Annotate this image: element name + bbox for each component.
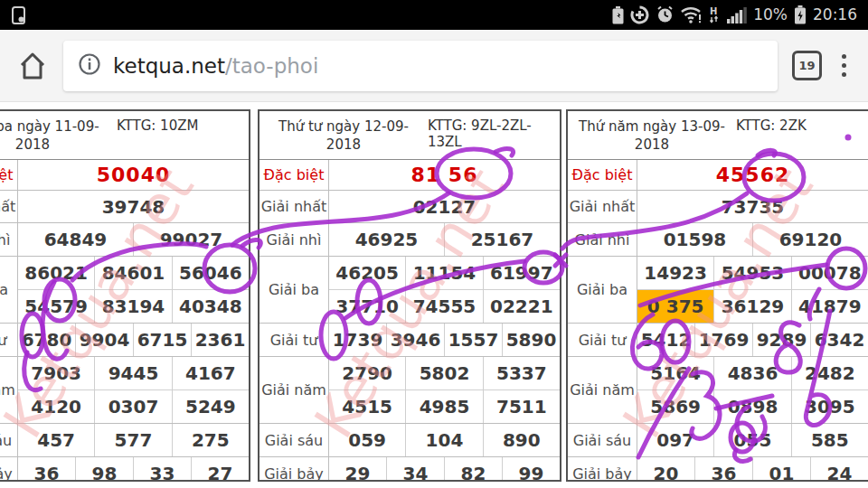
prize-row: Giải nhất39748 [0,191,249,223]
table-kttg: KTTG: 2ZK [736,111,868,159]
prize-label: Giải tư [568,324,637,356]
prize-cell: 2790 [329,357,405,389]
prize-label: Giải bảy [259,457,329,482]
hplus-network-icon: H [708,6,721,24]
prize-label: Giải nhì [259,223,329,256]
prize-row: Giải sáu457577275 [0,424,249,457]
prize-cell: 1739 [329,324,386,356]
prize-cell: 40348 [172,290,249,323]
result-table-tuesday: Thứ ba ngày 11-09-2018KTTG: 10ZMĐặc biệt… [0,109,250,482]
prize-row: Giải nhì6484999027 [0,223,249,257]
prize-row: Giải năm516448362482586908983095 [568,357,868,424]
prize-cell: 86021 [18,257,94,289]
prize-row: Đặc biệt45562 [568,160,868,191]
url-text: ketqua.net/tao-phoi [113,54,318,78]
prize-cell: 577 [94,424,171,456]
prize-cell: 4836 [713,357,790,389]
prize-label: Giải bảy [568,457,637,482]
prize-cell: 73735 [637,191,868,222]
screen-capture-icon [11,5,27,25]
prize-row: Giải bảy36983327 [0,457,249,482]
prize-row: Giải sáu097055585 [568,424,868,457]
url-bar[interactable]: ketqua.net/tao-phoi [63,41,778,91]
prize-cell: 055 [713,424,790,456]
table-kttg: KTTG: 10ZM [117,111,249,159]
prize-cell: 84601 [94,257,171,289]
prize-cell: 097 [637,424,713,456]
prize-label: Giải năm [259,357,329,423]
prize-label: Giải nhất [568,191,637,222]
prize-cell: 36 [18,457,75,482]
prize-label: Giải năm [0,357,18,423]
table-date: Thứ ba ngày 11-09-2018 [0,111,117,159]
prize-cell: 0307 [94,390,171,423]
prize-label: Giải nhì [568,223,637,256]
home-icon[interactable] [16,51,49,81]
prize-cell: 6342 [810,324,868,356]
signal-bars-icon [727,7,747,23]
prize-label: Giải nhất [0,191,18,222]
prize-cell: 02221 [483,290,560,323]
prize-label: Giải sáu [259,424,329,456]
prize-cell: 69120 [752,223,868,256]
prize-row: Giải ba860218460156046545798319440348 [0,257,249,324]
page-content: Thứ ba ngày 11-09-2018KTTG: 10ZMĐặc biệt… [0,102,868,488]
prize-cell: 25167 [444,223,560,256]
prize-label: Giải ba [0,257,18,323]
prize-row: Giải bảy29348299 [259,457,560,482]
prize-cell: 56046 [172,257,249,289]
prize-cell: 27 [191,457,249,482]
prize-cell: 36129 [713,290,790,323]
prize-cell: 2482 [791,357,868,389]
prize-cell: 11154 [405,257,482,289]
url-host: ketqua.net [113,54,225,78]
prize-cell: 36 [694,457,752,482]
prize-cell: 457 [18,424,94,456]
prize-cell: 3095 [791,390,868,423]
prize-row: Giải năm790394454167412003075249 [0,357,249,424]
prize-row: Giải nhất73735 [568,191,868,223]
prize-cell: 585 [791,424,868,456]
url-path: /tao-phoi [225,54,318,78]
prize-cell: 9904 [75,324,133,356]
prize-cell: 02127 [329,191,560,222]
tab-switcher-button[interactable]: 19 [792,51,822,80]
prize-cell: 5869 [637,390,713,423]
prize-row: Giải nhì0159869120 [568,223,868,257]
prize-cell: 3946 [386,324,444,356]
prize-label: Giải tư [259,324,329,356]
alarm-icon [656,5,675,24]
prize-cell: 14923 [637,257,713,289]
prize-label: Giải tư [0,324,18,356]
result-table-thursday: Thứ năm ngày 13-09-2018KTTG: 2ZKĐặc biệt… [566,109,868,482]
battery-charging-icon [794,5,807,24]
overflow-menu-icon[interactable] [836,51,852,80]
prize-cell: 01598 [637,223,752,256]
prize-cell: 00078 [791,257,868,289]
prize-row: Giải sáu059104890 [259,424,560,457]
prize-cell: 64849 [18,223,133,256]
prize-label: Giải sáu [0,424,18,456]
power-saving-icon [612,6,624,24]
result-table-wednesday: Thứ tư ngày 12-09-2018KTTG: 9ZL-2ZL-13ZL… [258,109,561,482]
prize-cell: 99027 [133,223,249,256]
prize-cell: 54953 [713,257,790,289]
prize-cell: 0898 [713,390,790,423]
prize-cell: 01 [752,457,810,482]
prize-cell: 24 [810,457,868,482]
battery-percent: 10% [753,0,788,30]
prize-cell: 4167 [172,357,249,389]
prize-cell: 4985 [405,390,482,423]
prize-cell: 5337 [483,357,560,389]
prize-cell: 46205 [329,257,405,289]
table-kttg: KTTG: 9ZL-2ZL-13ZL [428,111,560,159]
prize-cell: 7903 [18,357,94,389]
wifi-icon [681,6,702,23]
prize-cell: 890 [483,424,560,456]
prize-cell: 9289 [752,324,810,356]
info-icon[interactable] [78,52,101,80]
prize-cell: 4515 [329,390,405,423]
prize-row: Giải bảy20360124 [568,457,868,482]
prize-row: Giải năm279058025337451549857511 [259,357,560,424]
svg-text:H: H [710,6,717,16]
